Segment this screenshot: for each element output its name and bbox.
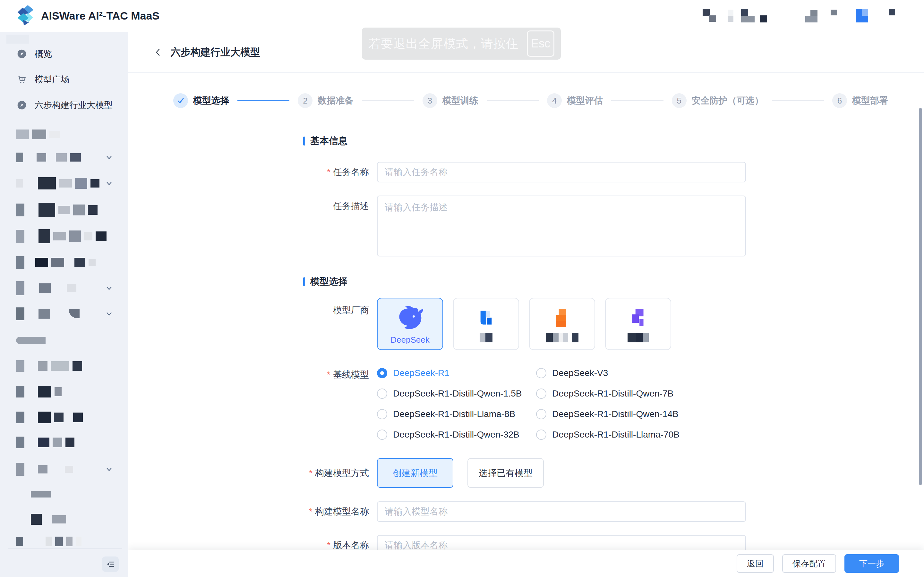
chevron-down-icon[interactable] <box>104 153 114 162</box>
field-label: * 任务名称 <box>128 166 369 178</box>
field-label: * 基线模型 <box>128 367 369 381</box>
required-mark: * <box>309 506 312 517</box>
sidebar-item-overview[interactable]: 概览 <box>0 45 128 63</box>
main-content: 六步构建行业大模型 模型选择 2 数据准备 3 模型训练 4 <box>128 32 924 577</box>
vertical-scrollbar-thumb[interactable] <box>919 108 922 485</box>
sidebar-item-label: 概览 <box>35 48 52 60</box>
step-5-safety[interactable]: 5 安全防护（可选） <box>672 93 764 108</box>
sidebar-item-redacted[interactable] <box>16 534 114 549</box>
radio-r1-distill-llama-8b[interactable]: DeepSeek-R1-Distill-Llama-8B <box>377 409 536 420</box>
vendor-name: DeepSeek <box>391 335 429 345</box>
sidebar-item-redacted[interactable] <box>16 512 114 527</box>
radio-r1-distill-qwen-32b[interactable]: DeepSeek-R1-Distill-Qwen-32B <box>377 429 536 440</box>
step-1-model-select[interactable]: 模型选择 <box>173 93 229 108</box>
brand-title: AISWare AI²-TAC MaaS <box>41 10 160 22</box>
step-connector <box>611 100 663 101</box>
sidebar-item-redacted[interactable] <box>16 280 114 296</box>
select-existing-model-button[interactable]: 选择已有模型 <box>467 458 544 488</box>
step-label: 模型评估 <box>567 95 603 107</box>
vendor-card-redacted-2[interactable] <box>453 298 519 350</box>
sidebar: 概览 模型广场 六步构建行业大模型 <box>0 32 128 577</box>
wizard-stepper: 模型选择 2 数据准备 3 模型训练 4 模型评估 5 安全防护（可选） <box>173 93 888 108</box>
section-basic-info: 基本信息 <box>303 135 924 147</box>
build-model-name-input[interactable] <box>377 501 746 522</box>
sidebar-item-six-step-model[interactable]: 六步构建行业大模型 <box>0 96 128 114</box>
chevron-left-icon <box>153 47 163 57</box>
field-label: * 构建模型名称 <box>128 506 369 518</box>
step-number: 5 <box>672 93 687 108</box>
sidebar-item-redacted[interactable] <box>16 127 114 142</box>
redacted-block <box>6 35 29 44</box>
vendor-cards: DeepSeek <box>377 298 671 350</box>
collapse-sidebar-icon <box>105 559 115 569</box>
save-config-button[interactable]: 保存配置 <box>782 554 836 573</box>
step-3-training[interactable]: 3 模型训练 <box>423 93 478 108</box>
sidebar-item-redacted[interactable] <box>16 384 114 400</box>
radio-r1-distill-llama-70b[interactable]: DeepSeek-R1-Distill-Llama-70B <box>536 429 680 440</box>
radio-deepseek-r1[interactable]: DeepSeek-R1 <box>377 367 536 379</box>
radio-r1-distill-qwen-14b[interactable]: DeepSeek-R1-Distill-Qwen-14B <box>536 409 680 420</box>
sidebar-item-redacted[interactable] <box>16 176 114 191</box>
radio-icon <box>536 409 546 419</box>
chevron-down-icon[interactable] <box>104 464 114 474</box>
step-2-data-prep[interactable]: 2 数据准备 <box>298 93 354 108</box>
radio-icon <box>536 388 546 399</box>
radio-deepseek-v3[interactable]: DeepSeek-V3 <box>536 367 680 379</box>
sidebar-item-redacted[interactable] <box>16 435 114 450</box>
section-bar <box>303 137 305 145</box>
vendor-card-redacted-3[interactable] <box>529 298 595 350</box>
vendor-name-redacted <box>628 333 649 342</box>
sidebar-item-redacted[interactable] <box>16 150 114 165</box>
sidebar-item-redacted[interactable] <box>16 462 114 477</box>
step-number: 6 <box>832 93 847 108</box>
create-new-model-button[interactable]: 创建新模型 <box>377 458 453 488</box>
sidebar-item-redacted[interactable] <box>16 358 114 374</box>
section-model-select: 模型选择 <box>303 276 924 288</box>
required-mark: * <box>309 468 312 478</box>
back-button[interactable] <box>153 47 163 57</box>
page-title: 六步构建行业大模型 <box>171 45 260 59</box>
step-4-evaluation[interactable]: 4 模型评估 <box>547 93 603 108</box>
step-label: 数据准备 <box>318 95 354 107</box>
vendor-card-deepseek[interactable]: DeepSeek <box>377 298 443 350</box>
sidebar-item-redacted[interactable] <box>16 202 114 218</box>
section-title: 模型选择 <box>310 276 347 288</box>
footer-action-bar: 返回 保存配置 下一步 <box>128 550 924 577</box>
step-6-deployment[interactable]: 6 模型部署 <box>832 93 888 108</box>
sidebar-item-label: 模型广场 <box>35 74 69 85</box>
sidebar-item-redacted[interactable] <box>16 487 114 502</box>
sidebar-item-redacted[interactable] <box>16 255 114 270</box>
chevron-down-icon[interactable] <box>104 179 114 188</box>
chevron-down-icon[interactable] <box>104 309 114 319</box>
task-name-input[interactable] <box>377 162 746 182</box>
radio-icon <box>377 409 387 419</box>
step-number: 2 <box>298 93 312 108</box>
vendor-name-redacted <box>546 333 578 342</box>
return-button[interactable]: 返回 <box>737 554 774 573</box>
radio-icon <box>536 430 546 440</box>
task-desc-textarea[interactable] <box>377 195 746 256</box>
next-step-button[interactable]: 下一步 <box>845 554 899 573</box>
sidebar-item-redacted[interactable] <box>16 410 114 425</box>
form-row-vendor: 模型厂商 DeepSeek <box>128 298 924 350</box>
toast-text: 若要退出全屏模式，请按住 <box>368 35 519 52</box>
radio-r1-distill-qwen-1-5b[interactable]: DeepSeek-R1-Distill-Qwen-1.5B <box>377 388 536 399</box>
step-number: 3 <box>423 93 437 108</box>
vendor-card-redacted-4[interactable] <box>605 298 671 350</box>
section-bar <box>303 277 305 286</box>
sidebar-item-redacted[interactable] <box>16 229 114 244</box>
step-label: 模型选择 <box>193 95 229 107</box>
sidebar-item-model-plaza[interactable]: 模型广场 <box>0 71 128 89</box>
deepseek-whale-icon <box>396 305 424 332</box>
required-mark: * <box>327 540 330 550</box>
field-label: 任务描述 <box>128 195 369 212</box>
radio-r1-distill-qwen-7b[interactable]: DeepSeek-R1-Distill-Qwen-7B <box>536 388 680 399</box>
step-connector-active <box>237 100 289 101</box>
collapse-sidebar-button[interactable] <box>102 556 119 572</box>
sidebar-item-redacted[interactable] <box>16 333 114 348</box>
sidebar-item-redacted[interactable] <box>16 306 114 322</box>
field-label: * 版本名称 <box>128 539 369 551</box>
step-connector <box>487 100 539 101</box>
chevron-down-icon[interactable] <box>104 284 114 293</box>
brand[interactable]: AISWare AI²-TAC MaaS <box>17 5 160 26</box>
